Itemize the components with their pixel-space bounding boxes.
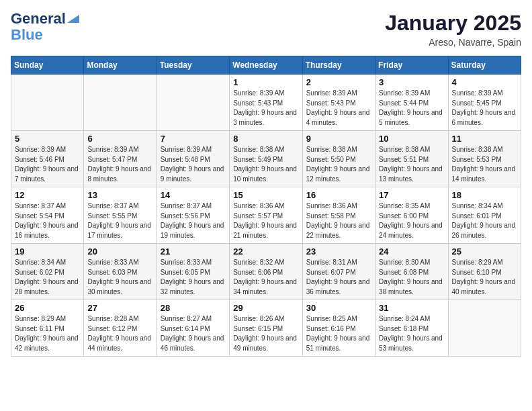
calendar-day-cell: 6Sunrise: 8:39 AMSunset: 5:47 PMDaylight… — [84, 131, 157, 187]
day-info: Sunrise: 8:30 AMSunset: 6:08 PMDaylight:… — [379, 258, 444, 297]
day-number: 27 — [87, 303, 152, 313]
day-info: Sunrise: 8:38 AMSunset: 5:53 PMDaylight:… — [452, 145, 517, 184]
day-number: 17 — [379, 190, 444, 200]
day-info: Sunrise: 8:25 AMSunset: 6:16 PMDaylight:… — [306, 314, 371, 353]
day-info: Sunrise: 8:38 AMSunset: 5:49 PMDaylight:… — [233, 145, 298, 184]
calendar-day-cell: 19Sunrise: 8:34 AMSunset: 6:02 PMDayligh… — [11, 244, 84, 300]
day-info: Sunrise: 8:29 AMSunset: 6:11 PMDaylight:… — [15, 314, 80, 353]
day-number: 18 — [452, 190, 517, 200]
day-info: Sunrise: 8:39 AMSunset: 5:43 PMDaylight:… — [306, 89, 371, 128]
day-info: Sunrise: 8:29 AMSunset: 6:10 PMDaylight:… — [452, 258, 517, 297]
calendar-day-cell — [84, 75, 157, 131]
day-number: 6 — [87, 134, 152, 144]
weekday-header: Sunday — [11, 56, 84, 75]
day-info: Sunrise: 8:39 AMSunset: 5:46 PMDaylight:… — [15, 145, 80, 184]
day-number: 15 — [233, 190, 298, 200]
day-number: 14 — [161, 190, 226, 200]
calendar-day-cell: 12Sunrise: 8:37 AMSunset: 5:54 PMDayligh… — [11, 187, 84, 244]
day-info: Sunrise: 8:33 AMSunset: 6:05 PMDaylight:… — [161, 258, 226, 297]
day-number: 24 — [379, 246, 444, 257]
calendar-day-cell: 11Sunrise: 8:38 AMSunset: 5:53 PMDayligh… — [448, 131, 521, 187]
day-number: 8 — [233, 134, 298, 144]
calendar-day-cell: 22Sunrise: 8:32 AMSunset: 6:06 PMDayligh… — [230, 244, 302, 300]
day-number: 9 — [306, 134, 371, 144]
weekday-header: Tuesday — [157, 56, 229, 75]
day-info: Sunrise: 8:33 AMSunset: 6:03 PMDaylight:… — [87, 258, 152, 297]
calendar-day-cell: 1Sunrise: 8:39 AMSunset: 5:43 PMDaylight… — [230, 75, 302, 131]
day-info: Sunrise: 8:27 AMSunset: 6:14 PMDaylight:… — [161, 314, 226, 353]
day-number: 12 — [15, 190, 80, 200]
calendar-day-cell: 29Sunrise: 8:26 AMSunset: 6:15 PMDayligh… — [230, 300, 302, 357]
day-number: 5 — [15, 134, 80, 144]
calendar-week-row: 1Sunrise: 8:39 AMSunset: 5:43 PMDaylight… — [11, 75, 521, 131]
calendar-day-cell: 2Sunrise: 8:39 AMSunset: 5:43 PMDaylight… — [302, 75, 375, 131]
calendar-week-row: 26Sunrise: 8:29 AMSunset: 6:11 PMDayligh… — [11, 300, 521, 357]
day-info: Sunrise: 8:37 AMSunset: 5:55 PMDaylight:… — [87, 201, 152, 240]
day-info: Sunrise: 8:37 AMSunset: 5:56 PMDaylight:… — [161, 201, 226, 240]
day-number: 20 — [87, 246, 152, 257]
calendar-header-row: SundayMondayTuesdayWednesdayThursdayFrid… — [11, 56, 521, 75]
day-number: 11 — [452, 134, 517, 144]
day-number: 10 — [379, 134, 444, 144]
day-info: Sunrise: 8:24 AMSunset: 6:18 PMDaylight:… — [379, 314, 444, 353]
logo-text-general: General — [11, 11, 66, 27]
calendar-day-cell: 13Sunrise: 8:37 AMSunset: 5:55 PMDayligh… — [84, 187, 157, 244]
title-block: January 2025 Areso, Navarre, Spain — [385, 11, 521, 48]
calendar-day-cell: 4Sunrise: 8:39 AMSunset: 5:45 PMDaylight… — [448, 75, 521, 131]
calendar-day-cell: 31Sunrise: 8:24 AMSunset: 6:18 PMDayligh… — [375, 300, 448, 357]
calendar-day-cell: 9Sunrise: 8:38 AMSunset: 5:50 PMDaylight… — [302, 131, 375, 187]
location: Areso, Navarre, Spain — [385, 37, 521, 48]
day-info: Sunrise: 8:34 AMSunset: 6:01 PMDaylight:… — [452, 201, 517, 240]
day-info: Sunrise: 8:37 AMSunset: 5:54 PMDaylight:… — [15, 201, 80, 240]
calendar-day-cell: 27Sunrise: 8:28 AMSunset: 6:12 PMDayligh… — [84, 300, 157, 357]
calendar-day-cell — [11, 75, 84, 131]
svg-marker-0 — [67, 15, 79, 23]
day-number: 26 — [15, 303, 80, 313]
logo: General Blue — [11, 11, 79, 43]
calendar-day-cell: 30Sunrise: 8:25 AMSunset: 6:16 PMDayligh… — [302, 300, 375, 357]
weekday-header: Wednesday — [230, 56, 302, 75]
calendar-day-cell: 5Sunrise: 8:39 AMSunset: 5:46 PMDaylight… — [11, 131, 84, 187]
day-info: Sunrise: 8:31 AMSunset: 6:07 PMDaylight:… — [306, 258, 371, 297]
day-info: Sunrise: 8:26 AMSunset: 6:15 PMDaylight:… — [233, 314, 298, 353]
day-number: 28 — [161, 303, 226, 313]
day-number: 16 — [306, 190, 371, 200]
day-number: 21 — [161, 246, 226, 257]
day-number: 13 — [87, 190, 152, 200]
calendar-day-cell: 18Sunrise: 8:34 AMSunset: 6:01 PMDayligh… — [448, 187, 521, 244]
day-number: 19 — [15, 246, 80, 257]
calendar-day-cell: 24Sunrise: 8:30 AMSunset: 6:08 PMDayligh… — [375, 244, 448, 300]
day-info: Sunrise: 8:36 AMSunset: 5:57 PMDaylight:… — [233, 201, 298, 240]
calendar-week-row: 12Sunrise: 8:37 AMSunset: 5:54 PMDayligh… — [11, 187, 521, 244]
calendar-day-cell: 14Sunrise: 8:37 AMSunset: 5:56 PMDayligh… — [157, 187, 229, 244]
day-number: 23 — [306, 246, 371, 257]
weekday-header: Saturday — [448, 56, 521, 75]
calendar-table: SundayMondayTuesdayWednesdayThursdayFrid… — [11, 56, 521, 357]
calendar-day-cell: 21Sunrise: 8:33 AMSunset: 6:05 PMDayligh… — [157, 244, 229, 300]
day-number: 31 — [379, 303, 444, 313]
day-info: Sunrise: 8:39 AMSunset: 5:45 PMDaylight:… — [452, 89, 517, 128]
day-number: 2 — [306, 77, 371, 87]
day-number: 29 — [233, 303, 298, 313]
calendar-day-cell — [157, 75, 229, 131]
day-info: Sunrise: 8:34 AMSunset: 6:02 PMDaylight:… — [15, 258, 80, 297]
calendar-day-cell: 10Sunrise: 8:38 AMSunset: 5:51 PMDayligh… — [375, 131, 448, 187]
day-number: 25 — [452, 246, 517, 257]
calendar-day-cell: 8Sunrise: 8:38 AMSunset: 5:49 PMDaylight… — [230, 131, 302, 187]
weekday-header: Monday — [84, 56, 157, 75]
calendar-week-row: 5Sunrise: 8:39 AMSunset: 5:46 PMDaylight… — [11, 131, 521, 187]
month-title: January 2025 — [385, 11, 521, 36]
day-number: 1 — [233, 77, 298, 87]
day-info: Sunrise: 8:38 AMSunset: 5:51 PMDaylight:… — [379, 145, 444, 184]
weekday-header: Thursday — [302, 56, 375, 75]
day-info: Sunrise: 8:39 AMSunset: 5:47 PMDaylight:… — [87, 145, 152, 184]
logo-text-blue: Blue — [11, 27, 43, 43]
day-number: 30 — [306, 303, 371, 313]
calendar-day-cell: 15Sunrise: 8:36 AMSunset: 5:57 PMDayligh… — [230, 187, 302, 244]
page-header: General Blue January 2025 Areso, Navarre… — [11, 11, 521, 48]
calendar-day-cell: 25Sunrise: 8:29 AMSunset: 6:10 PMDayligh… — [448, 244, 521, 300]
day-number: 3 — [379, 77, 444, 87]
calendar-day-cell: 3Sunrise: 8:39 AMSunset: 5:44 PMDaylight… — [375, 75, 448, 131]
day-info: Sunrise: 8:28 AMSunset: 6:12 PMDaylight:… — [87, 314, 152, 353]
calendar-day-cell: 26Sunrise: 8:29 AMSunset: 6:11 PMDayligh… — [11, 300, 84, 357]
